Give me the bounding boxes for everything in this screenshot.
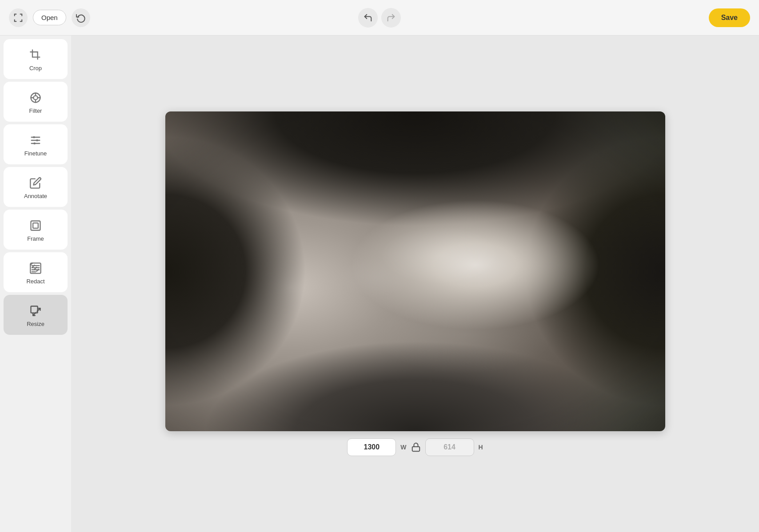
frame-icon <box>28 218 44 234</box>
open-label: Open <box>41 14 58 21</box>
sidebar-item-finetune[interactable]: Finetune <box>4 124 68 164</box>
open-button[interactable]: Open <box>33 10 66 25</box>
finetune-label: Finetune <box>24 150 47 157</box>
svg-rect-23 <box>31 306 38 313</box>
toolbar-right: Save <box>709 8 750 27</box>
svg-point-9 <box>33 136 35 138</box>
filter-label: Filter <box>29 107 42 114</box>
history-icon <box>76 13 86 23</box>
sidebar: Crop Filter <box>0 36 71 532</box>
resize-icon <box>28 303 44 319</box>
sidebar-item-redact[interactable]: Redact <box>4 252 68 292</box>
canvas-area: W H <box>71 36 759 532</box>
height-label: H <box>479 444 483 451</box>
undo-icon <box>363 13 373 23</box>
annotate-label: Annotate <box>24 193 47 199</box>
width-input[interactable] <box>347 438 396 456</box>
crop-icon <box>28 47 44 63</box>
redo-button[interactable] <box>381 8 401 28</box>
sidebar-item-resize[interactable]: Resize <box>4 295 68 335</box>
svg-rect-12 <box>31 221 40 230</box>
resize-label: Resize <box>27 321 44 327</box>
sidebar-item-filter[interactable]: Filter <box>4 82 68 122</box>
filter-icon <box>28 90 44 106</box>
svg-rect-13 <box>33 223 38 228</box>
fullscreen-button[interactable] <box>9 8 28 27</box>
save-label: Save <box>721 14 738 21</box>
frame-label: Frame <box>27 235 44 242</box>
history-button[interactable] <box>72 8 90 27</box>
save-button[interactable]: Save <box>709 8 750 27</box>
sidebar-item-annotate[interactable]: Annotate <box>4 167 68 207</box>
svg-point-1 <box>33 95 37 99</box>
fullscreen-icon <box>13 13 23 23</box>
svg-point-11 <box>33 142 36 144</box>
toolbar-left: Open <box>9 8 90 27</box>
sidebar-item-crop[interactable]: Crop <box>4 39 68 79</box>
height-input[interactable] <box>425 438 474 456</box>
redo-icon <box>386 13 396 23</box>
svg-rect-24 <box>412 447 419 451</box>
toolbar-center <box>358 8 401 28</box>
pencil-icon <box>28 175 44 191</box>
lock-button[interactable] <box>411 442 421 452</box>
toolbar: Open Save <box>0 0 759 36</box>
redact-icon <box>28 260 44 276</box>
finetune-icon <box>28 132 44 148</box>
portrait-image <box>165 111 665 431</box>
width-label: W <box>400 444 406 451</box>
sidebar-item-frame[interactable]: Frame <box>4 210 68 250</box>
crop-label: Crop <box>29 65 42 71</box>
dimensions-bar: W H <box>347 438 483 456</box>
main-content: Crop Filter <box>0 36 759 532</box>
lock-icon <box>411 442 421 452</box>
svg-point-10 <box>36 139 38 141</box>
image-canvas <box>165 111 665 431</box>
redact-label: Redact <box>26 278 44 285</box>
undo-button[interactable] <box>358 8 378 28</box>
